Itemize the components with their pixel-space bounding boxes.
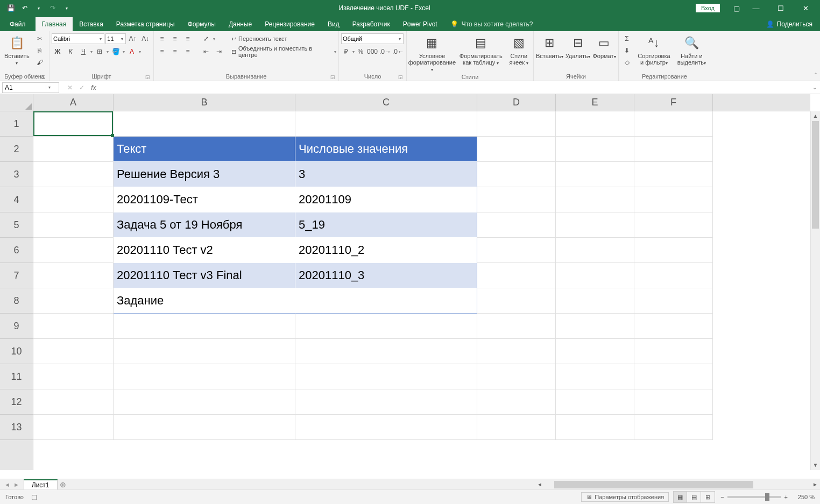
cell[interactable]: [634, 111, 713, 137]
share-button[interactable]: 👤 Поделиться: [759, 17, 820, 31]
prev-sheet-icon[interactable]: ◄: [4, 481, 10, 488]
cell[interactable]: [295, 111, 477, 137]
cell[interactable]: [556, 339, 634, 364]
decrease-font-icon[interactable]: A↓: [139, 33, 151, 44]
cell[interactable]: [477, 389, 556, 415]
cell[interactable]: [556, 263, 634, 288]
copy-icon[interactable]: ⎘: [34, 45, 46, 56]
percent-icon[interactable]: %: [356, 46, 366, 57]
increase-decimal-icon[interactable]: .0→: [379, 46, 391, 57]
format-cells-button[interactable]: ▭Формат▾: [592, 33, 616, 61]
cell[interactable]: [295, 389, 477, 415]
tab-page-layout[interactable]: Разметка страницы: [110, 17, 181, 31]
cell[interactable]: [477, 238, 556, 263]
row-header[interactable]: 5: [0, 212, 33, 238]
scroll-left-icon[interactable]: ◄: [535, 481, 545, 487]
align-bottom-icon[interactable]: ≡: [182, 33, 194, 44]
cell[interactable]: 20201109: [295, 187, 477, 212]
tab-developer[interactable]: Разработчик: [346, 17, 397, 31]
page-layout-view-icon[interactable]: ▤: [687, 491, 701, 503]
font-size-input[interactable]: [107, 36, 119, 42]
increase-indent-icon[interactable]: ⇥: [213, 46, 225, 57]
name-box-dropdown-icon[interactable]: ▾: [46, 85, 53, 90]
cell[interactable]: Задача 5 от 19 Ноября: [114, 212, 295, 238]
cell[interactable]: [114, 339, 295, 364]
number-launcher-icon[interactable]: ◲: [398, 74, 403, 80]
formula-input[interactable]: [102, 82, 809, 93]
cell[interactable]: [634, 364, 713, 389]
tab-insert[interactable]: Вставка: [73, 17, 110, 31]
font-color-icon[interactable]: A: [126, 46, 138, 57]
page-break-view-icon[interactable]: ⊞: [701, 491, 715, 503]
number-format-input[interactable]: [343, 36, 398, 42]
column-header[interactable]: D: [477, 94, 556, 111]
row-header[interactable]: 7: [0, 263, 33, 288]
fx-icon[interactable]: fx: [88, 84, 99, 91]
decrease-decimal-icon[interactable]: .0←: [392, 46, 404, 57]
alignment-launcher-icon[interactable]: ◲: [330, 74, 335, 80]
cell[interactable]: [114, 389, 295, 415]
close-button[interactable]: ✕: [793, 1, 818, 16]
cell[interactable]: [477, 263, 556, 288]
column-header[interactable]: B: [114, 94, 295, 111]
zoom-percent[interactable]: 250 %: [791, 494, 815, 500]
font-size-combo[interactable]: ▾: [105, 33, 125, 44]
zoom-slider[interactable]: [727, 496, 781, 498]
clear-icon[interactable]: ◇: [621, 57, 633, 68]
cancel-formula-icon[interactable]: ✕: [65, 84, 75, 91]
accounting-format-icon[interactable]: ₽: [341, 46, 351, 57]
cell[interactable]: [33, 263, 114, 288]
cell[interactable]: [295, 288, 477, 314]
increase-font-icon[interactable]: A↑: [127, 33, 139, 44]
tab-home[interactable]: Главная: [36, 17, 73, 31]
cell[interactable]: 20201110 Тест v2: [114, 238, 295, 263]
cell[interactable]: [634, 314, 713, 339]
sheet-tab[interactable]: Лист1: [24, 479, 58, 490]
normal-view-icon[interactable]: ▦: [673, 491, 687, 503]
column-header[interactable]: F: [634, 94, 713, 111]
cell[interactable]: [33, 415, 114, 440]
sign-in-button[interactable]: Вход: [696, 4, 720, 12]
cell[interactable]: [33, 187, 114, 212]
cell[interactable]: Задание: [114, 288, 295, 314]
redo-icon[interactable]: ↷: [46, 2, 59, 14]
cell[interactable]: [634, 288, 713, 314]
clipboard-launcher-icon[interactable]: ◲: [41, 74, 46, 80]
cell[interactable]: [556, 415, 634, 440]
sort-filter-button[interactable]: ᴬ↓Сортировка и фильтр▾: [635, 33, 673, 67]
scroll-down-icon[interactable]: ▼: [811, 460, 820, 470]
macro-record-icon[interactable]: ▢: [31, 493, 37, 501]
row-header[interactable]: 1: [0, 111, 33, 137]
cell[interactable]: [477, 111, 556, 137]
scroll-up-icon[interactable]: ▲: [811, 111, 820, 121]
cell[interactable]: 20201110_2: [295, 238, 477, 263]
font-launcher-icon[interactable]: ◲: [145, 74, 150, 80]
cell[interactable]: [556, 238, 634, 263]
merge-center-button[interactable]: ⊟ Объединить и поместить в центре ▾: [231, 46, 336, 57]
zoom-in-button[interactable]: +: [784, 494, 788, 500]
cell[interactable]: [556, 288, 634, 314]
cell[interactable]: [634, 187, 713, 212]
cell[interactable]: [33, 288, 114, 314]
tab-view[interactable]: Вид: [321, 17, 346, 31]
find-select-button[interactable]: 🔍Найти и выделить▾: [675, 33, 708, 67]
cell[interactable]: [634, 238, 713, 263]
row-header[interactable]: 10: [0, 339, 33, 364]
minimize-button[interactable]: —: [744, 1, 768, 16]
row-header[interactable]: 3: [0, 162, 33, 187]
comma-icon[interactable]: 000: [366, 46, 378, 57]
decrease-indent-icon[interactable]: ⇤: [200, 46, 212, 57]
cell[interactable]: [477, 137, 556, 162]
font-name-input[interactable]: [53, 36, 98, 42]
vertical-scrollbar[interactable]: ▲ ▼: [810, 111, 820, 470]
cell[interactable]: [634, 212, 713, 238]
orientation-icon[interactable]: ⤢: [200, 33, 212, 44]
align-center-icon[interactable]: ≡: [169, 46, 181, 57]
cell[interactable]: [114, 364, 295, 389]
row-header[interactable]: 13: [0, 415, 33, 440]
cell[interactable]: [634, 339, 713, 364]
cell[interactable]: [556, 137, 634, 162]
number-format-combo[interactable]: ▾: [341, 33, 404, 44]
insert-cells-button[interactable]: ⊞Вставить▾: [536, 33, 563, 61]
cell[interactable]: [114, 314, 295, 339]
